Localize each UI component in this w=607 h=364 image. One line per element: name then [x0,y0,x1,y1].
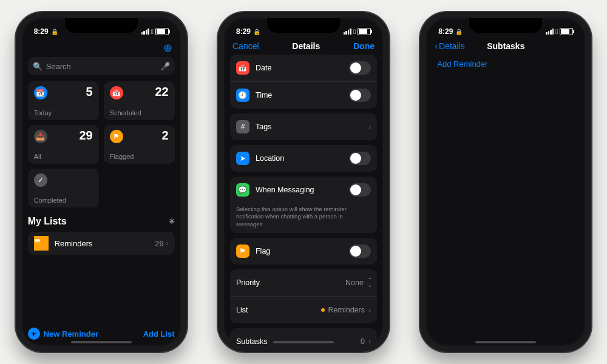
done-button[interactable]: Done [353,41,375,51]
row-list[interactable]: List Reminders › [230,296,377,323]
messaging-hint: Selecting this option will show the remi… [230,203,377,233]
card-all[interactable]: 📥 29 All [28,125,99,164]
add-list-button[interactable]: Add List [143,329,175,339]
loading-spinner-icon: ✳︎ [169,217,175,226]
toggle-messaging[interactable] [349,183,371,197]
chevron-right-icon: › [368,306,371,314]
chevron-right-icon: › [368,337,371,346]
flag-icon: ⚑ [110,130,123,143]
toggle-time[interactable] [349,89,371,102]
toggle-location[interactable] [349,152,371,165]
list-count: 29 [155,239,163,248]
card-completed[interactable]: ✓ Completed [28,169,99,207]
calendar-icon: 📅 [236,61,249,75]
list-color-dot [321,308,325,312]
cancel-button[interactable]: Cancel [232,41,259,51]
card-scheduled[interactable]: 📅 22 Scheduled [104,81,175,120]
list-name: Reminders [55,239,93,248]
subtasks-count: 0 [361,337,365,346]
tray-icon: 📥 [34,130,47,143]
cell-signal-icon [141,29,149,35]
calendar-today-icon: 📆 [34,86,47,99]
lock-icon: 🔒 [51,29,58,35]
card-scheduled-count: 22 [155,85,168,99]
plus-icon: ＋ [28,328,40,340]
row-messaging[interactable]: 💬 When Messaging [230,177,377,203]
status-time: 8:29 [34,27,49,36]
card-flagged-count: 2 [162,129,169,143]
phone-subtasks: 8:29 🔒 􀙇 ‹ Details Subtasks Add Reminder [420,12,591,352]
cell-signal-icon [344,29,351,35]
card-all-count: 29 [79,129,92,143]
mic-icon[interactable]: 🎤 [160,62,170,71]
toggle-date[interactable] [349,61,371,75]
lock-icon: 🔒 [253,29,260,35]
status-time: 8:29 [236,27,251,36]
notch [65,18,138,33]
row-location[interactable]: ➤ Location [230,145,377,172]
cell-signal-icon [546,29,554,35]
wifi-icon: 􀙇 [555,28,558,35]
back-button[interactable]: ‹ Details [435,41,464,51]
more-button[interactable]: ⊕ [28,39,175,55]
card-today[interactable]: 📆 5 Today [28,81,99,120]
phone-reminder-details: 8:29 🔒 􀙇 Cancel Details Done 📅 Date 🕘 Ti… [218,12,389,352]
row-priority[interactable]: Priority None ⌃⌄ [230,269,377,296]
toggle-flag[interactable] [349,244,371,258]
flag-icon: ⚑ [236,244,249,258]
lock-icon: 🔒 [455,29,463,35]
battery-icon [155,28,169,35]
home-indicator[interactable] [71,341,132,343]
wifi-icon: 􀙇 [151,28,154,35]
priority-value: None [345,278,364,287]
number-icon: # [236,120,249,133]
list-bullet-icon: ≣ [34,236,49,251]
search-input[interactable]: 🔍 Search 🎤 [28,57,175,75]
list-row-reminders[interactable]: ≣ Reminders 29 › [28,232,175,255]
card-today-count: 5 [86,85,93,99]
checkmark-icon: ✓ [34,174,47,187]
chevron-right-icon: › [368,123,371,131]
add-reminder-button[interactable]: Add Reminder [432,55,579,73]
home-indicator[interactable] [475,341,536,343]
notch [469,18,542,33]
row-flag[interactable]: ⚑ Flag [230,238,377,265]
clock-icon: 🕘 [236,89,249,102]
card-flagged-label: Flagged [110,153,134,160]
nav-title: Subtasks [487,41,524,51]
card-all-label: All [34,153,41,160]
wifi-icon: 􀙇 [353,28,356,35]
battery-icon [560,28,573,35]
chevron-right-icon: › [166,239,169,248]
new-reminder-button[interactable]: ＋ New Reminder [28,328,98,340]
nav-title: Details [292,41,320,51]
battery-icon [358,28,371,35]
row-tags[interactable]: # Tags › [230,113,377,140]
card-completed-label: Completed [34,197,66,204]
card-scheduled-label: Scheduled [110,109,141,116]
list-value: Reminders [328,306,365,314]
notch [267,18,340,33]
mylists-header: My Lists ✳︎ [28,216,175,227]
chevron-left-icon: ‹ [435,41,438,51]
location-icon: ➤ [236,152,249,165]
search-placeholder: Search [46,62,71,71]
search-icon: 🔍 [33,62,42,71]
messages-icon: 💬 [236,183,249,197]
phone-reminders-home: 8:29 🔒 􀙇 ⊕ 🔍 Search 🎤 📆 5 Today 📅 22 S [16,12,187,352]
row-date[interactable]: 📅 Date [230,55,377,81]
card-today-label: Today [34,109,52,116]
updown-icon: ⌃⌄ [367,278,371,288]
card-flagged[interactable]: ⚑ 2 Flagged [104,125,175,164]
home-indicator[interactable] [273,341,334,343]
row-time[interactable]: 🕘 Time [230,81,377,109]
calendar-icon: 📅 [110,86,123,99]
status-time: 8:29 [438,27,453,36]
